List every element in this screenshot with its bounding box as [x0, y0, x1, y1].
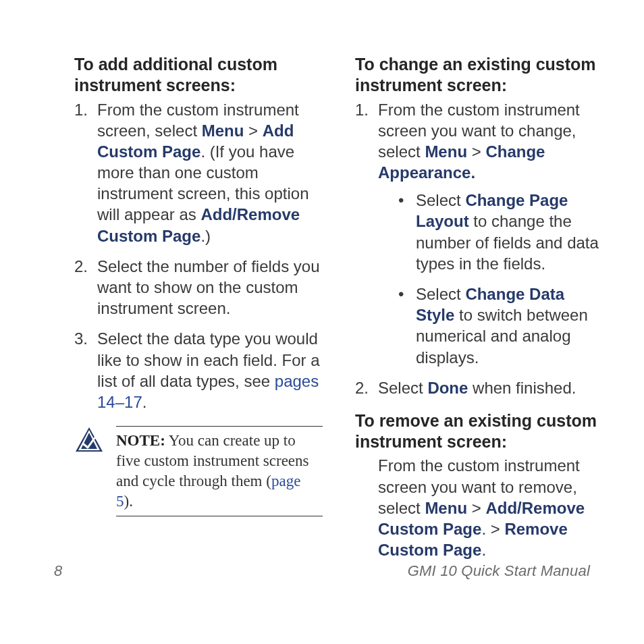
steps-add-custom: From the custom instrument screen, selec… [74, 99, 323, 413]
ui-term-menu: Menu [202, 122, 244, 140]
step-3: Select the data type you would like to s… [74, 328, 323, 412]
text: when finished. [468, 379, 576, 397]
substeps-change: Select Change Page Layout to change the … [378, 190, 603, 368]
left-column: To add additional custom instrument scre… [74, 54, 323, 570]
text: > [467, 142, 485, 161]
text: . [142, 393, 147, 411]
text: > [467, 499, 485, 517]
text: Select [416, 285, 465, 303]
heading-remove-custom-screen: To remove an existing custom instrument … [355, 410, 603, 453]
step-2: Select the number of fields you want to … [74, 256, 323, 319]
step-1: From the custom instrument screen you wa… [355, 99, 603, 368]
manual-title-footer: GMI 10 Quick Start Manual [408, 562, 590, 580]
text: .) [200, 227, 211, 245]
manual-page: To add additional custom instrument scre… [0, 0, 644, 570]
checkmark-triangle-icon [74, 426, 104, 453]
text: > [244, 122, 262, 140]
ui-term-menu: Menu [425, 499, 467, 517]
ui-term-menu: Menu [425, 142, 467, 161]
heading-change-custom-screen: To change an existing custom instrument … [355, 54, 603, 97]
step-1: From the custom instrument screen, selec… [74, 99, 323, 246]
page-number: 8 [54, 562, 62, 580]
step-2: Select Done when finished. [355, 377, 603, 398]
text: . > [481, 520, 504, 538]
note-text: NOTE: You can create up to five custom i… [116, 426, 323, 516]
text: Select [378, 379, 427, 397]
subitem-change-page-layout: Select Change Page Layout to change the … [398, 190, 603, 274]
text: . [481, 541, 486, 559]
subitem-change-data-style: Select Change Data Style to switch betwe… [398, 284, 603, 368]
heading-add-custom-screens: To add additional custom instrument scre… [74, 54, 323, 97]
ui-term-done: Done [427, 379, 468, 397]
note-label: NOTE: [116, 432, 165, 449]
note-block: NOTE: You can create up to five custom i… [74, 426, 323, 516]
text: ). [124, 493, 133, 510]
steps-change-custom: From the custom instrument screen you wa… [355, 99, 603, 398]
text: Select [416, 191, 465, 209]
remove-instruction: From the custom instrument screen you wa… [355, 455, 603, 560]
right-column: To change an existing custom instrument … [355, 54, 603, 570]
